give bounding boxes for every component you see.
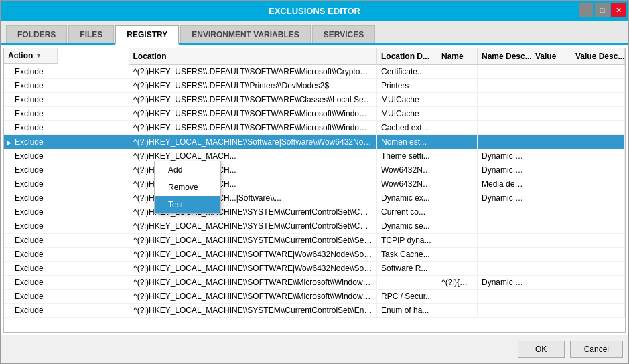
cell-valuedesc bbox=[571, 177, 625, 191]
cell-name bbox=[437, 304, 478, 318]
col-header-action[interactable]: Action ▼ bbox=[4, 48, 58, 64]
table-row[interactable]: Exclude^(?i)HKEY_USERS\\.DEFAULT\\Printe… bbox=[4, 79, 625, 93]
maximize-button[interactable]: □ bbox=[595, 3, 610, 17]
cell-location: ^(?i)HKEY_LOCAL_MACHINE\\SYSTEM\\Current… bbox=[129, 304, 377, 318]
cell-namedesc bbox=[478, 64, 531, 79]
cell-location: ^(?i)HKEY_LOCAL_MACHINE\\SOFTWARE|Wow643… bbox=[129, 248, 377, 262]
data-table: Action ▼ Location Location D... Name bbox=[4, 48, 625, 318]
table-row[interactable]: Exclude^(?i)HKEY_LOCAL_MACHINE\\SOFTWARE… bbox=[4, 276, 625, 290]
col-header-location[interactable]: Location bbox=[129, 48, 377, 64]
tab-bar: FOLDERS FILES REGISTRY ENVIRONMENT VARIA… bbox=[1, 21, 628, 45]
cancel-button[interactable]: Cancel bbox=[570, 341, 623, 358]
cell-value bbox=[531, 234, 571, 248]
table-row[interactable]: Exclude^(?i)HKEY_USERS\\.DEFAULT\\SOFTWA… bbox=[4, 64, 625, 79]
minimize-button[interactable]: — bbox=[579, 3, 593, 17]
cell-name bbox=[437, 135, 478, 149]
cell-locdesc: Dynamic se... bbox=[377, 219, 437, 234]
cell-name bbox=[437, 149, 478, 163]
table-container: Action ▼ Location Location D... Name bbox=[3, 48, 626, 333]
cell-value bbox=[531, 121, 571, 135]
cell-location: ^(?i)HKEY_LOCAL_MACHINE\\SOFTWARE\\Micro… bbox=[129, 276, 377, 290]
window-title: EXCLUSIONS EDITOR bbox=[269, 6, 360, 16]
tab-registry[interactable]: REGISTRY bbox=[115, 25, 179, 45]
cell-valuedesc bbox=[571, 304, 625, 318]
cell-valuedesc bbox=[571, 64, 625, 79]
col-header-valuedesc[interactable]: Value Desc... bbox=[571, 48, 625, 64]
cell-action: Exclude bbox=[4, 205, 129, 219]
cell-namedesc bbox=[478, 205, 531, 219]
cell-action: Exclude bbox=[4, 79, 129, 93]
cell-value bbox=[531, 177, 571, 191]
cell-value bbox=[531, 248, 571, 262]
cell-valuedesc bbox=[571, 135, 625, 149]
table-row[interactable]: Exclude^(?i)HKEY_LOCAL_MACHINE\\SOFTWARE… bbox=[4, 290, 625, 304]
table-row[interactable]: Exclude^(?i)HKEY_LOCAL_MACHINE\\SOFTWARE… bbox=[4, 248, 625, 262]
cell-namedesc: Media devi... bbox=[478, 177, 531, 191]
ok-button[interactable]: OK bbox=[518, 341, 565, 358]
cell-action: Exclude bbox=[4, 290, 129, 304]
cell-name: ^(?i){Dat... bbox=[437, 276, 478, 290]
main-window: EXCLUSIONS EDITOR — □ ✕ FOLDERS FILES RE… bbox=[0, 0, 629, 364]
tab-environment-variables[interactable]: ENVIRONMENT VARIABLES bbox=[180, 25, 310, 43]
close-button[interactable]: ✕ bbox=[611, 3, 626, 17]
cell-locdesc: Software R... bbox=[377, 262, 437, 276]
col-header-value[interactable]: Value bbox=[531, 48, 571, 64]
cell-location: ^(?i)HKEY_USERS\\.DEFAULT\\SOFTWARE\\Mic… bbox=[129, 64, 377, 79]
cell-value bbox=[531, 191, 571, 205]
table-row[interactable]: Exclude^(?i)HKEY_LOCAL_MACH...|Software\… bbox=[4, 191, 625, 205]
cell-name bbox=[437, 107, 478, 121]
table-row[interactable]: Exclude^(?i)HKEY_LOCAL_MACH...Theme sett… bbox=[4, 149, 625, 163]
table-row[interactable]: Exclude^(?i)HKEY_LOCAL_MACHINE\\SYSTEM\\… bbox=[4, 219, 625, 234]
tab-services[interactable]: SERVICES bbox=[312, 25, 375, 43]
context-menu-item-add[interactable]: Add bbox=[155, 161, 220, 179]
cell-locdesc: RPC / Secur... bbox=[377, 290, 437, 304]
cell-name bbox=[437, 262, 478, 276]
cell-action: Exclude bbox=[4, 304, 129, 318]
tab-folders[interactable]: FOLDERS bbox=[6, 25, 67, 43]
table-row[interactable]: Exclude^(?i)HKEY_LOCAL_MACHINE\\SYSTEM\\… bbox=[4, 234, 625, 248]
cell-valuedesc bbox=[571, 248, 625, 262]
cell-location: ^(?i)HKEY_USERS\\.DEFAULT\\SOFTWARE\\Mic… bbox=[129, 121, 377, 135]
cell-namedesc bbox=[478, 290, 531, 304]
cell-location: ^(?i)HKEY_LOCAL_MACHINE\\Software|Softwa… bbox=[129, 135, 377, 149]
table-row[interactable]: Exclude^(?i)HKEY_LOCAL_MACH...Wow6432Nod… bbox=[4, 163, 625, 177]
col-action-label: Action bbox=[8, 51, 33, 60]
cell-locdesc: Certificate... bbox=[377, 64, 437, 79]
cell-locdesc bbox=[377, 276, 437, 290]
cell-namedesc bbox=[478, 262, 531, 276]
cell-locdesc: Printers bbox=[377, 79, 437, 93]
table-row[interactable]: Exclude^(?i)HKEY_LOCAL_MACHINE\\SOFTWARE… bbox=[4, 262, 625, 276]
cell-action: Exclude bbox=[4, 219, 129, 234]
table-row[interactable]: Exclude^(?i)HKEY_LOCAL_MACH...Wow6432Nod… bbox=[4, 177, 625, 191]
cell-locdesc: MUICache bbox=[377, 93, 437, 107]
cell-value bbox=[531, 79, 571, 93]
context-menu-item-remove[interactable]: Remove bbox=[155, 179, 220, 196]
cell-value bbox=[531, 93, 571, 107]
cell-namedesc bbox=[478, 93, 531, 107]
cell-action: Exclude bbox=[4, 64, 129, 79]
table-row[interactable]: ▶Exclude^(?i)HKEY_LOCAL_MACHINE\\Softwar… bbox=[4, 135, 625, 149]
context-menu-item-test[interactable]: Test bbox=[155, 196, 220, 213]
cell-action: Exclude bbox=[4, 262, 129, 276]
cell-name bbox=[437, 177, 478, 191]
table-row[interactable]: Exclude^(?i)HKEY_LOCAL_MACHINE\\SYSTEM\\… bbox=[4, 304, 625, 318]
cell-valuedesc bbox=[571, 107, 625, 121]
col-header-locdesc[interactable]: Location D... bbox=[377, 48, 437, 64]
cell-value bbox=[531, 262, 571, 276]
cell-action: Exclude bbox=[4, 149, 129, 163]
cell-action: Exclude bbox=[4, 177, 129, 191]
cell-value bbox=[531, 276, 571, 290]
col-header-namedesc[interactable]: Name Desc... bbox=[478, 48, 531, 64]
cell-location: ^(?i)HKEY_LOCAL_MACHINE\\SYSTEM\\Current… bbox=[129, 234, 377, 248]
col-header-name[interactable]: Name bbox=[437, 48, 478, 64]
table-scroll[interactable]: Action ▼ Location Location D... Name bbox=[4, 48, 625, 332]
cell-namedesc bbox=[478, 219, 531, 234]
cell-valuedesc bbox=[571, 79, 625, 93]
cell-action: Exclude bbox=[4, 121, 129, 135]
cell-location: ^(?i)HKEY_USERS\\.DEFAULT\\SOFTWARE\\Mic… bbox=[129, 107, 377, 121]
table-row[interactable]: Exclude^(?i)HKEY_USERS\\.DEFAULT\\SOFTWA… bbox=[4, 107, 625, 121]
tab-files[interactable]: FILES bbox=[68, 25, 114, 43]
table-row[interactable]: Exclude^(?i)HKEY_USERS\\.DEFAULT\\SOFTWA… bbox=[4, 93, 625, 107]
table-row[interactable]: Exclude^(?i)HKEY_USERS\\.DEFAULT\\SOFTWA… bbox=[4, 121, 625, 135]
table-row[interactable]: Exclude^(?i)HKEY_LOCAL_MACHINE\\SYSTEM\\… bbox=[4, 205, 625, 219]
